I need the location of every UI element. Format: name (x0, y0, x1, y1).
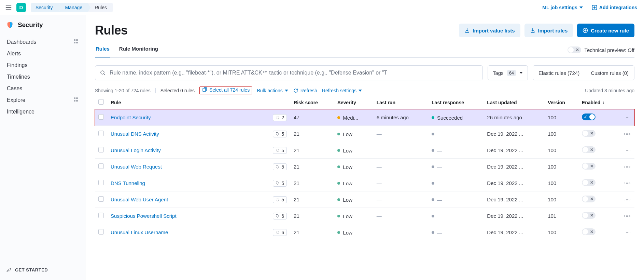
tag-count-badge[interactable]: 2 (273, 114, 287, 121)
row-actions-button[interactable]: ▫▫▫ (624, 197, 631, 202)
sidebar-item-explore[interactable]: Explore (2, 94, 83, 106)
ml-job-settings-label: ML job settings (542, 5, 577, 10)
sidebar-item-dashboards[interactable]: Dashboards (2, 36, 83, 48)
svg-point-16 (277, 182, 277, 183)
table-row: Endpoint Security 247Medi...6 minutes ag… (95, 109, 634, 126)
search-box[interactable] (95, 65, 483, 80)
search-input[interactable] (109, 69, 478, 76)
severity: Low (337, 131, 352, 137)
breadcrumb-security[interactable]: Security (31, 3, 58, 12)
sidebar-item-intelligence[interactable]: Intelligence (2, 106, 83, 118)
row-actions-button[interactable]: ▫▫▫ (624, 229, 631, 235)
tag-count-badge[interactable]: 6 (273, 213, 287, 219)
rocket-icon (6, 267, 12, 272)
custom-rules-tab[interactable]: Custom rules (0) (585, 66, 634, 80)
last-response: — (432, 131, 442, 137)
severity: Medi... (337, 115, 358, 121)
row-checkbox[interactable] (98, 163, 104, 169)
col-rule[interactable]: Rule (107, 96, 266, 109)
ml-job-settings-button[interactable]: ML job settings (540, 3, 585, 12)
enabled-toggle[interactable]: ✕ (582, 163, 596, 170)
rule-name-link[interactable]: Unusual Linux Username (111, 229, 168, 235)
grid-icon (73, 39, 78, 45)
select-all-button[interactable]: Select all 724 rules (202, 87, 250, 93)
row-checkbox[interactable] (98, 229, 104, 235)
rule-name-link[interactable]: Unusual Web Request (111, 164, 162, 170)
tag-count-badge[interactable]: 6 (273, 229, 287, 236)
tag-count-badge[interactable]: 5 (273, 147, 287, 154)
row-checkbox[interactable] (98, 131, 104, 136)
rule-name-link[interactable]: Suspicious Powershell Script (111, 213, 177, 219)
bulk-actions-button[interactable]: Bulk actions (257, 88, 288, 93)
sidebar-item-findings[interactable]: Findings (2, 59, 83, 71)
col-severity[interactable]: Severity (334, 96, 373, 109)
rule-name-link[interactable]: Unusual Web User Agent (111, 197, 168, 202)
row-actions-button[interactable]: ▫▫▫ (624, 164, 631, 170)
row-actions-button[interactable]: ▫▫▫ (624, 213, 631, 219)
breadcrumb-manage[interactable]: Manage (58, 3, 88, 12)
enabled-toggle[interactable]: ✕ (582, 212, 596, 219)
rule-name-link[interactable]: DNS Tunneling (111, 180, 145, 186)
enabled-toggle[interactable]: ✕ (582, 146, 596, 153)
row-checkbox[interactable] (98, 147, 104, 152)
tag-count-badge[interactable]: 5 (273, 163, 287, 170)
row-actions-button[interactable]: ▫▫▫ (624, 147, 631, 153)
refresh-settings-button[interactable]: Refresh settings (322, 88, 362, 93)
risk-score: 21 (290, 142, 334, 159)
space-logo[interactable]: D (16, 3, 26, 12)
enabled-toggle[interactable]: ✕ (582, 196, 596, 202)
last-updated-label: Updated 3 minutes ago (585, 88, 634, 93)
tab-rule-monitoring[interactable]: Rule Monitoring (118, 45, 159, 57)
sidebar-item-timelines[interactable]: Timelines (2, 71, 83, 83)
import-value-lists-button[interactable]: Import value lists (459, 24, 520, 37)
col-last-run[interactable]: Last run (373, 96, 428, 109)
create-new-rule-button[interactable]: Create new rule (577, 24, 634, 37)
sidebar-item-alerts[interactable]: Alerts (2, 48, 83, 59)
technical-preview-toggle[interactable]: ✕ Technical preview: Off (568, 46, 634, 56)
risk-score: 21 (290, 159, 334, 175)
enabled-toggle[interactable]: ✕ (582, 130, 596, 137)
last-updated: 26 minutes ago (484, 109, 544, 126)
last-updated: Dec 19, 2022 ... (484, 191, 544, 208)
last-updated: Dec 19, 2022 ... (484, 208, 544, 224)
tag-count-badge[interactable]: 5 (273, 180, 287, 187)
col-enabled[interactable]: Enabled↓ (578, 96, 620, 109)
row-actions-button[interactable]: ▫▫▫ (624, 115, 631, 120)
row-actions-button[interactable]: ▫▫▫ (624, 180, 631, 186)
sidebar-item-cases[interactable]: Cases (2, 83, 83, 94)
tags-filter[interactable]: Tags 64 (488, 65, 528, 80)
last-response: — (432, 230, 442, 236)
last-response: — (432, 197, 442, 203)
col-risk-score[interactable]: Risk score (290, 96, 334, 109)
rule-name-link[interactable]: Endpoint Security (111, 115, 151, 120)
row-actions-button[interactable]: ▫▫▫ (624, 131, 631, 137)
import-rules-button[interactable]: Import rules (524, 24, 573, 37)
select-all-checkbox-header[interactable] (95, 96, 107, 109)
elastic-rules-tab[interactable]: Elastic rules (724) (533, 66, 585, 80)
col-version[interactable]: Version (544, 96, 578, 109)
tab-rules[interactable]: Rules (95, 45, 110, 57)
row-checkbox[interactable] (98, 213, 104, 218)
svg-rect-8 (76, 100, 78, 102)
enabled-toggle[interactable]: ✓ (582, 114, 596, 120)
get-started-button[interactable]: GET STARTED (0, 262, 85, 280)
severity: Low (337, 148, 352, 154)
menu-button[interactable] (4, 3, 13, 12)
col-last-response[interactable]: Last response (428, 96, 484, 109)
enabled-toggle[interactable]: ✕ (582, 228, 596, 235)
add-integrations-button[interactable]: Add integrations (589, 3, 640, 12)
tag-count-badge[interactable]: 5 (273, 131, 287, 137)
risk-score: 21 (290, 208, 334, 224)
svg-rect-7 (74, 100, 75, 102)
svg-point-15 (277, 166, 277, 166)
row-checkbox[interactable] (98, 196, 104, 202)
tag-count-badge[interactable]: 5 (273, 196, 287, 203)
row-checkbox[interactable] (98, 180, 104, 185)
row-checkbox[interactable] (98, 114, 104, 120)
rule-name-link[interactable]: Unusual DNS Activity (111, 131, 159, 137)
enabled-toggle[interactable]: ✕ (582, 179, 596, 186)
col-last-updated[interactable]: Last updated (484, 96, 544, 109)
sort-desc-icon: ↓ (602, 100, 604, 105)
refresh-button[interactable]: Refresh (293, 88, 317, 93)
rule-name-link[interactable]: Unusual Login Activity (111, 147, 161, 153)
